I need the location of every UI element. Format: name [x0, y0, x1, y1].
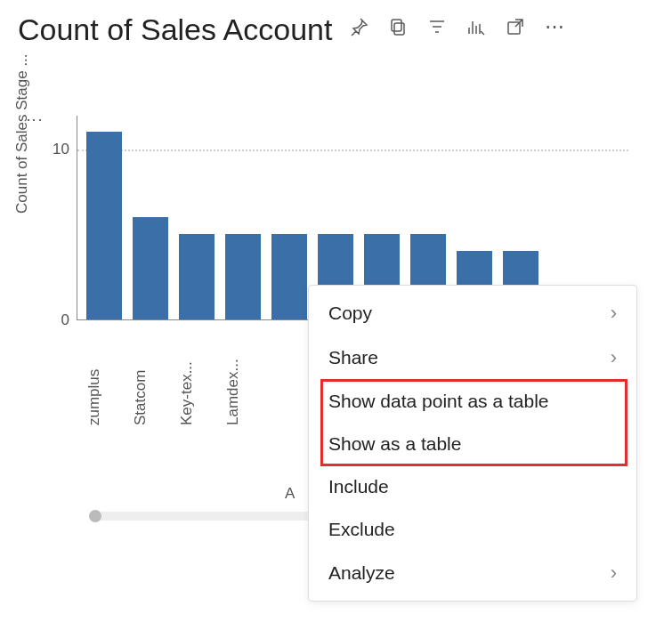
bar[interactable]	[225, 234, 261, 319]
x-tick-label: Lamdex...	[224, 327, 260, 425]
menu-item-label: Analyze	[328, 562, 395, 584]
chevron-right-icon: ›	[611, 302, 617, 325]
menu-item-analyze[interactable]: Analyze›	[309, 551, 636, 595]
y-tick-0: 0	[43, 311, 69, 329]
x-tick-label: zumplus	[85, 327, 121, 425]
bar[interactable]	[86, 132, 122, 319]
spotlight-icon[interactable]	[466, 16, 487, 37]
y-ticks: 0 10	[43, 116, 69, 320]
x-tick-label: Key-tex...	[178, 327, 214, 425]
popout-icon[interactable]	[505, 16, 526, 37]
menu-item-label: Exclude	[328, 519, 395, 540]
x-tick-label: Statcom	[132, 327, 167, 425]
menu-item-include[interactable]: Include	[309, 465, 636, 508]
copy-icon[interactable]	[387, 16, 409, 37]
menu-item-label: Include	[328, 476, 389, 497]
chevron-right-icon: ›	[611, 561, 617, 585]
menu-item-label: Show as a table	[328, 433, 461, 455]
menu-item-share[interactable]: Share›	[309, 335, 636, 380]
menu-item-copy[interactable]: Copy›	[309, 291, 636, 335]
chart-toolbar: ⋯	[348, 16, 565, 37]
chevron-right-icon: ›	[611, 346, 617, 369]
menu-item-label: Show data point as a table	[328, 391, 549, 412]
bar[interactable]	[133, 217, 168, 319]
menu-item-label: Copy	[328, 303, 372, 324]
menu-item-show-data-point-as-a-table[interactable]: Show data point as a table	[309, 380, 636, 423]
svg-rect-1	[392, 20, 401, 31]
chart-header: Count of Sales Account ⋯	[0, 0, 672, 49]
filter-icon[interactable]	[426, 16, 448, 37]
pin-icon[interactable]	[348, 16, 369, 37]
chart-title: Count of Sales Account	[18, 11, 332, 49]
menu-item-label: Share	[328, 347, 378, 368]
x-tick-label	[271, 327, 306, 425]
more-icon[interactable]: ⋯	[544, 16, 565, 37]
chart-scrollbar-thumb[interactable]	[89, 510, 101, 522]
svg-rect-0	[394, 23, 404, 35]
menu-item-exclude[interactable]: Exclude	[309, 508, 636, 551]
x-axis-label: A	[285, 485, 295, 503]
bar[interactable]	[179, 234, 215, 319]
y-axis-label: Count of Sales Stage ...	[13, 53, 31, 214]
menu-item-show-as-a-table[interactable]: Show as a table	[309, 423, 636, 465]
y-tick-1: 10	[43, 141, 69, 158]
context-menu: Copy›Share›Show data point as a tableSho…	[308, 285, 637, 602]
bar[interactable]	[271, 234, 307, 319]
